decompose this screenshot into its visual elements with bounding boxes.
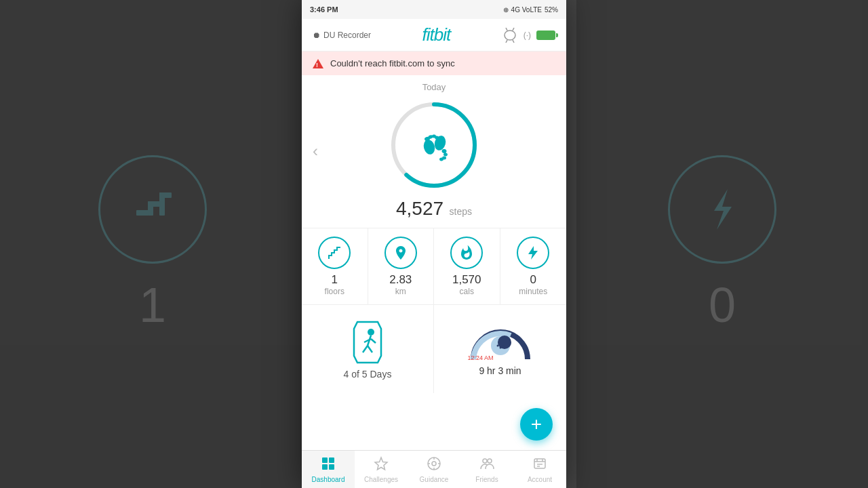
today-section: ‹ Today bbox=[302, 75, 566, 220]
error-message: Couldn't reach fitbit.com to sync bbox=[330, 58, 455, 68]
svg-line-7 bbox=[506, 28, 507, 30]
svg-marker-23 bbox=[528, 246, 538, 260]
today-label: Today bbox=[302, 82, 566, 92]
minutes-label: minutes bbox=[519, 287, 547, 296]
steps-count: 4,527 steps bbox=[302, 198, 566, 220]
device-battery bbox=[536, 30, 555, 40]
bg-icon-lightning bbox=[668, 155, 776, 264]
nav-account[interactable]: Account bbox=[513, 451, 566, 488]
svg-line-10 bbox=[513, 40, 514, 43]
stat-cals[interactable]: 1,570 cals bbox=[434, 228, 500, 304]
header-right: (·) bbox=[502, 25, 555, 45]
svg-rect-37 bbox=[329, 458, 334, 463]
add-fab-button[interactable]: + bbox=[520, 408, 553, 441]
bg-icon-stairs bbox=[98, 155, 207, 264]
active-days-value: 4 of 5 Days bbox=[344, 369, 392, 380]
svg-point-35 bbox=[502, 346, 504, 348]
nav-friends[interactable]: Friends bbox=[460, 451, 513, 488]
svg-line-30 bbox=[371, 339, 376, 343]
stat-minutes[interactable]: 0 minutes bbox=[500, 228, 567, 304]
sleep-duration: 9 hr 3 min bbox=[479, 365, 521, 376]
battery-percent: 52% bbox=[545, 6, 558, 14]
svg-rect-49 bbox=[534, 459, 545, 468]
stat-km[interactable]: 2.83 km bbox=[368, 228, 435, 304]
floors-icon-circle bbox=[318, 237, 351, 269]
nav-challenges[interactable]: Challenges bbox=[355, 451, 408, 488]
device-signal: (·) bbox=[524, 30, 531, 40]
nav-friends-label: Friends bbox=[475, 476, 498, 483]
nav-challenges-label: Challenges bbox=[364, 476, 398, 483]
svg-marker-24 bbox=[354, 322, 381, 363]
error-banner: Couldn't reach fitbit.com to sync bbox=[302, 52, 566, 75]
svg-point-47 bbox=[483, 459, 487, 463]
minutes-value: 0 bbox=[530, 273, 536, 287]
svg-marker-40 bbox=[375, 458, 387, 470]
steps-circle[interactable] bbox=[387, 98, 481, 192]
status-time: 3:46 PM bbox=[310, 5, 338, 14]
bluetooth-icon: ⊕ bbox=[503, 6, 509, 14]
guidance-icon bbox=[427, 456, 441, 474]
svg-rect-36 bbox=[322, 458, 328, 463]
svg-rect-6 bbox=[505, 30, 515, 40]
svg-point-33 bbox=[496, 345, 498, 347]
account-icon bbox=[532, 456, 547, 474]
challenges-icon bbox=[374, 456, 389, 474]
bottom-cards: 4 of 5 Days bbox=[302, 304, 566, 393]
fitbit-logo: fitbit bbox=[422, 24, 451, 45]
svg-line-9 bbox=[506, 40, 507, 43]
signal-icon: 4G VoLTE bbox=[511, 6, 542, 14]
svg-point-42 bbox=[432, 462, 436, 466]
background-right: 0 bbox=[576, 0, 868, 488]
stat-floors[interactable]: 1 floors bbox=[302, 228, 368, 304]
lightning-icon bbox=[525, 245, 541, 261]
km-label: km bbox=[395, 287, 406, 296]
recorder-icon: ⏺ bbox=[313, 30, 321, 40]
active-minutes-icon bbox=[344, 319, 391, 369]
sleep-card[interactable]: 12:24 AM 9 hr 3 min bbox=[434, 305, 566, 393]
svg-line-27 bbox=[363, 346, 368, 352]
svg-line-8 bbox=[513, 28, 514, 30]
wifi-icon: (·) bbox=[524, 30, 531, 40]
steps-progress-ring bbox=[387, 98, 481, 192]
active-minutes-card[interactable]: 4 of 5 Days bbox=[302, 305, 434, 393]
phone-frame: 3:46 PM ⊕ 4G VoLTE 52% ⏺ DU Recorder fit… bbox=[302, 0, 566, 488]
svg-point-48 bbox=[488, 459, 492, 463]
svg-rect-3 bbox=[159, 192, 165, 216]
cals-icon-circle bbox=[450, 237, 483, 269]
location-icon bbox=[393, 245, 409, 261]
nav-account-label: Account bbox=[528, 476, 552, 483]
stats-grid: 1 floors 2.83 km 1,5 bbox=[302, 228, 566, 304]
nav-guidance-label: Guidance bbox=[420, 476, 449, 483]
cals-label: cals bbox=[460, 287, 474, 296]
nav-dashboard-label: Dashboard bbox=[312, 476, 345, 483]
svg-line-28 bbox=[368, 346, 372, 352]
km-icon-circle bbox=[384, 237, 417, 269]
bottom-nav: Dashboard Challenges bbox=[302, 450, 566, 488]
sleep-timestamp: 12:24 AM bbox=[468, 354, 494, 361]
status-icons: ⊕ 4G VoLTE 52% bbox=[503, 6, 558, 14]
main-content: ‹ Today bbox=[302, 75, 566, 441]
flame-icon bbox=[458, 245, 475, 261]
stairs-icon bbox=[326, 245, 342, 261]
header-left: ⏺ DU Recorder bbox=[313, 30, 371, 40]
back-arrow[interactable]: ‹ bbox=[313, 142, 318, 161]
svg-marker-5 bbox=[714, 189, 732, 230]
cals-value: 1,570 bbox=[452, 273, 481, 287]
app-header: ⏺ DU Recorder fitbit (·) bbox=[302, 19, 566, 52]
nav-guidance[interactable]: Guidance bbox=[408, 451, 460, 488]
recorder-label: DU Recorder bbox=[323, 30, 371, 40]
status-bar: 3:46 PM ⊕ 4G VoLTE 52% bbox=[302, 0, 566, 19]
floors-value: 1 bbox=[332, 273, 338, 287]
steps-number: 4,527 bbox=[396, 198, 443, 219]
bg-number-right: 0 bbox=[709, 277, 736, 333]
km-value: 2.83 bbox=[389, 273, 412, 287]
bg-number-left: 1 bbox=[139, 277, 166, 333]
nav-dashboard[interactable]: Dashboard bbox=[302, 451, 355, 488]
svg-rect-39 bbox=[329, 464, 334, 470]
sleep-gauge: 12:24 AM bbox=[467, 322, 534, 363]
svg-rect-38 bbox=[322, 464, 328, 470]
dashboard-icon bbox=[321, 456, 336, 474]
floors-label: floors bbox=[325, 287, 344, 296]
minutes-icon-circle bbox=[517, 237, 549, 269]
steps-unit: steps bbox=[450, 206, 472, 217]
